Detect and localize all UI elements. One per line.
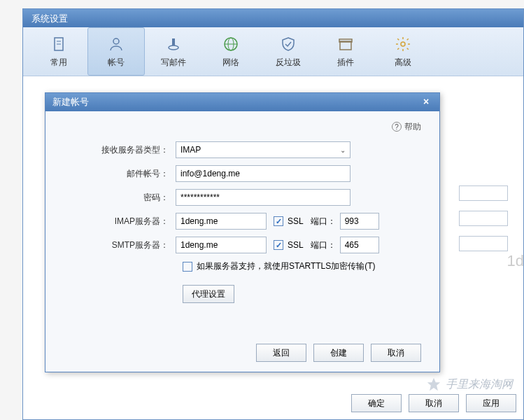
smtp-server-label: SMTP服务器： (64, 239, 176, 251)
toolbar-label: 高级 (395, 57, 411, 69)
globe-icon (221, 34, 241, 54)
close-icon[interactable]: × (420, 96, 432, 108)
toolbar-label: 插件 (337, 57, 354, 69)
system-settings-titlebar: 系统设置 (23, 9, 523, 27)
svg-point-11 (401, 42, 405, 46)
smtp-ssl-label: SSL (288, 240, 304, 250)
server-type-select[interactable]: IMAP ⌄ (176, 141, 350, 158)
imap-server-field[interactable] (176, 213, 267, 230)
bg-field (459, 186, 508, 201)
new-account-dialog: 新建帐号 × ?帮助 接收服务器类型： IMAP ⌄ 邮件帐号： 密码： IMA… (45, 92, 440, 372)
toolbar-label: 网络 (222, 57, 239, 69)
ink-icon (164, 34, 183, 54)
svg-rect-5 (172, 38, 175, 46)
email-label: 邮件帐号： (64, 168, 176, 180)
server-type-label: 接收服务器类型： (64, 144, 176, 156)
password-field[interactable] (176, 189, 350, 206)
user-icon (106, 34, 126, 54)
imap-ssl-label: SSL (288, 216, 304, 226)
help-icon: ? (392, 122, 402, 132)
back-button[interactable]: 返回 (256, 344, 306, 362)
background-fields (459, 186, 508, 251)
apply-button[interactable]: 应用 (466, 394, 516, 412)
box-icon (336, 34, 355, 54)
toolbar-tab-ink[interactable]: 写邮件 (145, 27, 202, 76)
new-account-titlebar: 新建帐号 × (45, 93, 439, 111)
imap-port-field[interactable] (340, 213, 379, 230)
dialog-cancel-button[interactable]: 取消 (371, 344, 421, 362)
toolbar-tab-globe[interactable]: 网络 (202, 27, 260, 76)
svg-rect-9 (340, 41, 351, 50)
page-icon (49, 34, 69, 54)
svg-point-4 (169, 46, 178, 50)
help-link[interactable]: ?帮助 (64, 121, 421, 133)
imap-ssl-checkbox[interactable]: ✓ (274, 216, 283, 226)
new-account-title: 新建帐号 (52, 96, 89, 108)
shield-icon (278, 34, 298, 54)
starttls-checkbox[interactable]: ✓ (183, 262, 192, 272)
smtp-port-field[interactable] (340, 237, 379, 253)
ok-button[interactable]: 确定 (351, 394, 402, 412)
svg-rect-10 (339, 39, 352, 42)
toolbar-tab-box[interactable]: 插件 (317, 27, 374, 76)
dialog-footer: 返回 创建 取消 (64, 337, 421, 362)
toolbar-label: 反垃圾 (276, 57, 301, 69)
system-settings-title: 系统设置 (31, 13, 68, 24)
bg-field (459, 211, 508, 226)
toolbar-tab-shield[interactable]: 反垃圾 (260, 27, 317, 76)
toolbar-tab-page[interactable]: 常用 (30, 27, 87, 76)
toolbar-tab-user[interactable]: 帐号 (87, 27, 145, 76)
smtp-server-field[interactable] (176, 237, 267, 253)
toolbar-label: 常用 (50, 57, 67, 69)
create-button[interactable]: 创建 (313, 344, 364, 362)
new-account-body: ?帮助 接收服务器类型： IMAP ⌄ 邮件帐号： 密码： IMAP服务器： ✓… (45, 111, 439, 372)
proxy-settings-button[interactable]: 代理设置 (183, 285, 234, 303)
side-text: 1d (507, 252, 524, 270)
bg-field (459, 236, 508, 251)
smtp-port-label: 端口： (311, 239, 336, 251)
imap-server-label: IMAP服务器： (64, 216, 176, 227)
toolbar-label: 帐号 (108, 57, 125, 69)
toolbar-tab-gear[interactable]: 高级 (374, 27, 432, 76)
imap-port-label: 端口： (311, 216, 336, 227)
toolbar-label: 写邮件 (161, 57, 186, 69)
main-footer: 确定 取消 应用 (351, 394, 516, 412)
password-label: 密码： (64, 192, 176, 204)
smtp-ssl-checkbox[interactable]: ✓ (274, 240, 283, 250)
chevron-down-icon: ⌄ (340, 146, 346, 154)
email-field[interactable] (176, 165, 350, 182)
svg-point-3 (113, 38, 119, 44)
cancel-button[interactable]: 取消 (409, 394, 459, 412)
settings-toolbar: 常用帐号写邮件网络反垃圾插件高级 (23, 27, 523, 76)
starttls-label: 如果服务器支持，就使用STARTTLS加密传输(T) (197, 260, 376, 272)
gear-icon (393, 34, 413, 54)
